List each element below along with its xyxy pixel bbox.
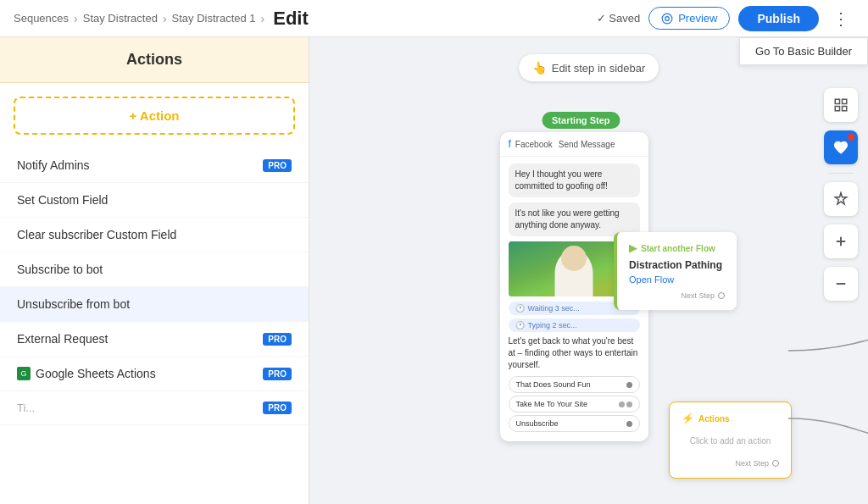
action-item-more[interactable]: Ti... PRO: [0, 391, 309, 425]
node-label-start-flow: ▶ Start another Flow: [629, 242, 725, 254]
svg-point-1: [665, 16, 670, 20]
sidebar-title: Actions: [0, 37, 309, 83]
starting-step-badge: Starting Step: [542, 112, 620, 129]
svg-rect-4: [835, 107, 839, 111]
choice-dot-3: [626, 421, 632, 427]
sep3: ›: [261, 12, 265, 25]
message-type: Send Message: [559, 140, 615, 149]
flow-node-start-flow[interactable]: ▶ Start another Flow Distraction Pathing…: [614, 232, 737, 310]
message-bubble-1: Hey I thought you were committed to goof…: [509, 163, 640, 197]
preview-label: Preview: [678, 12, 717, 25]
choice-button-2[interactable]: Take Me To Your Site: [509, 396, 640, 413]
action-label: Unsubscribe from bot: [17, 297, 130, 311]
sparkle-button[interactable]: [824, 182, 858, 216]
linked-dot: [619, 402, 625, 407]
preview-button[interactable]: Preview: [648, 7, 730, 30]
action-label: External Request: [17, 332, 108, 346]
minus-icon: [833, 276, 849, 291]
add-action-button[interactable]: + Action: [14, 97, 295, 135]
svg-rect-5: [843, 107, 847, 111]
svg-point-0: [662, 14, 672, 24]
node-label-actions: ⚡ Actions: [682, 413, 779, 424]
saved-badge: ✓ Saved: [597, 12, 640, 25]
pro-badge: PRO: [263, 402, 292, 414]
header: Sequences › Stay Distracted › Stay Distr…: [0, 0, 868, 37]
header-actions: ✓ Saved Preview Publish ⋮: [597, 5, 854, 32]
message-card-header: f Facebook Send Message: [500, 132, 648, 157]
message-bubble-2: It's not like you were getting anything …: [509, 202, 640, 236]
edit-hint: 👆 Edit step in sidebar: [519, 54, 659, 81]
next-dot: [718, 292, 725, 299]
choice-button-1[interactable]: That Does Sound Fun: [509, 376, 640, 393]
action-label: Clear subscriber Custom Field: [17, 228, 176, 241]
breadcrumb-sequences[interactable]: Sequences: [14, 12, 69, 25]
pro-badge: PRO: [263, 159, 292, 172]
action-item-subscribe-bot[interactable]: Subscribe to bot: [0, 252, 309, 287]
open-flow-link[interactable]: Open Flow: [629, 274, 725, 285]
main-area: Actions + Action Notify Admins PRO Set C…: [0, 37, 868, 504]
linked-dot-2: [626, 402, 632, 407]
action-label: Notify Admins: [17, 158, 90, 172]
flow-node-actions[interactable]: ⚡ Actions Click to add an action Next St…: [669, 402, 792, 479]
plus-button[interactable]: [824, 224, 858, 258]
action-item-set-custom-field[interactable]: Set Custom Field: [0, 183, 309, 218]
actions-placeholder[interactable]: Click to add an action: [682, 429, 779, 452]
choice-label: That Does Sound Fun: [516, 380, 591, 389]
go-basic-builder-container: Go To Basic Builder: [739, 37, 868, 65]
message-cta-text: Let's get back to what you're best at – …: [509, 335, 640, 371]
action-item-google-sheets[interactable]: G Google Sheets Actions PRO: [0, 357, 309, 391]
actions-next-step: Next Step: [682, 459, 779, 468]
layout-button[interactable]: [824, 88, 858, 122]
edit-hint-text: Edit step in sidebar: [552, 62, 646, 75]
action-item-clear-custom-field[interactable]: Clear subscriber Custom Field: [0, 218, 309, 252]
choice-label: Take Me To Your Site: [516, 400, 587, 408]
page-title: Edit: [273, 8, 309, 30]
svg-rect-2: [835, 99, 839, 103]
node-next-step: Next Step: [629, 291, 725, 300]
choice-button-3[interactable]: Unsubscribe: [509, 415, 640, 432]
action-label: Set Custom Field: [17, 193, 108, 207]
plus-icon: [833, 234, 849, 249]
facebook-icon: f: [509, 138, 511, 150]
preview-icon: [661, 13, 673, 25]
heart-icon: [833, 140, 849, 155]
choice-dot: [626, 382, 632, 388]
canvas: Go To Basic Builder 👆 Edit step in sideb…: [309, 37, 868, 504]
sparkle-icon: [833, 191, 849, 207]
action-label: Google Sheets Actions: [36, 367, 156, 380]
action-item-external-request[interactable]: External Request PRO: [0, 322, 309, 357]
sidebar: Actions + Action Notify Admins PRO Set C…: [0, 37, 309, 504]
minus-button[interactable]: [824, 267, 858, 301]
action-item-unsubscribe-bot[interactable]: Unsubscribe from bot: [0, 287, 309, 322]
node-flow-name: Distraction Pathing: [629, 259, 725, 271]
action-item-left: G Google Sheets Actions: [17, 367, 156, 380]
breadcrumb-stay-distracted[interactable]: Stay Distracted: [83, 12, 158, 25]
breadcrumb-stay-distracted-1[interactable]: Stay Distracted 1: [172, 12, 256, 25]
next-dot-actions: [772, 460, 779, 467]
publish-button[interactable]: Publish: [738, 6, 819, 31]
svg-rect-3: [843, 99, 847, 103]
choice-dots-linked: [619, 402, 632, 407]
go-basic-builder-button[interactable]: Go To Basic Builder: [739, 37, 868, 65]
right-toolbar: [824, 88, 858, 301]
choice-label: Unsubscribe: [516, 419, 559, 428]
breadcrumb-area: Sequences › Stay Distracted › Stay Distr…: [14, 8, 309, 30]
layout-icon: [833, 97, 849, 113]
sep1: ›: [74, 12, 78, 25]
google-sheets-icon: G: [17, 367, 31, 380]
action-item-notify-admins[interactable]: Notify Admins PRO: [0, 148, 309, 183]
action-label-partial: Ti...: [17, 402, 35, 414]
pro-badge: PRO: [263, 368, 292, 380]
hint-icon: 👆: [532, 61, 547, 75]
sep2: ›: [163, 12, 167, 25]
typing-badge: 🕐Typing 2 sec...: [509, 318, 640, 332]
notification-dot: [848, 134, 854, 141]
toolbar-divider: [828, 173, 854, 174]
action-label: Subscribe to bot: [17, 263, 103, 276]
more-button[interactable]: ⋮: [827, 5, 854, 32]
action-list: Notify Admins PRO Set Custom Field Clear…: [0, 148, 309, 432]
message-platform: Facebook: [515, 140, 553, 149]
pro-badge: PRO: [263, 333, 292, 346]
heart-button[interactable]: [824, 130, 858, 164]
